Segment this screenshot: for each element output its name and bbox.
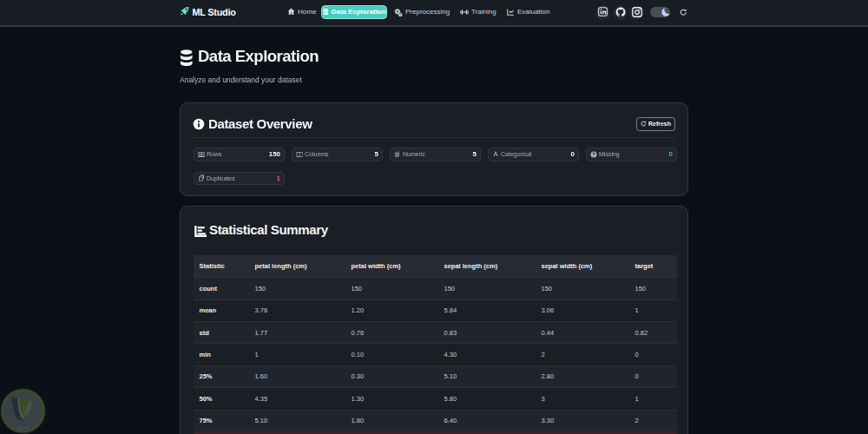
svg-text:جميل: جميل: [16, 424, 30, 430]
